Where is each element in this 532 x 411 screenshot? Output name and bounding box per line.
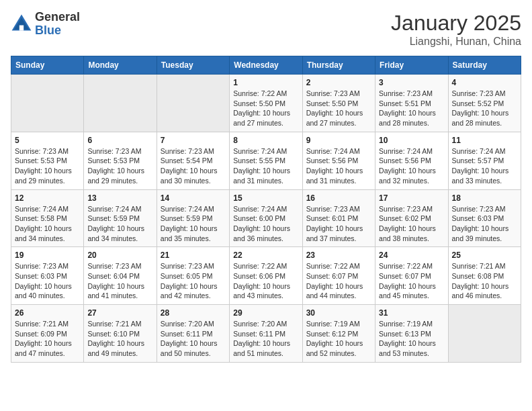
day-number: 4 [452, 78, 517, 87]
calendar-cell: 3Sunrise: 7:23 AM Sunset: 5:51 PM Daylig… [375, 75, 448, 132]
day-detail: Sunrise: 7:24 AM Sunset: 5:56 PM Dayligh… [306, 146, 371, 186]
calendar-cell: 29Sunrise: 7:20 AM Sunset: 6:11 PM Dayli… [230, 305, 302, 363]
calendar-table: SundayMondayTuesdayWednesdayThursdayFrid… [11, 56, 521, 363]
calendar-cell: 30Sunrise: 7:19 AM Sunset: 6:12 PM Dayli… [302, 305, 375, 363]
weekday-header: Friday [375, 56, 448, 75]
day-number: 16 [306, 193, 371, 203]
day-detail: Sunrise: 7:21 AM Sunset: 6:09 PM Dayligh… [15, 319, 80, 359]
calendar-cell: 14Sunrise: 7:24 AM Sunset: 5:59 PM Dayli… [157, 189, 229, 247]
day-number: 19 [15, 250, 80, 260]
logo-general: General [35, 10, 80, 24]
calendar-cell: 5Sunrise: 7:23 AM Sunset: 5:53 PM Daylig… [11, 132, 84, 189]
day-detail: Sunrise: 7:24 AM Sunset: 6:00 PM Dayligh… [233, 204, 298, 244]
day-detail: Sunrise: 7:23 AM Sunset: 5:51 PM Dayligh… [379, 89, 444, 128]
day-detail: Sunrise: 7:24 AM Sunset: 5:59 PM Dayligh… [87, 204, 152, 244]
day-detail: Sunrise: 7:19 AM Sunset: 6:12 PM Dayligh… [306, 319, 371, 359]
title-block: January 2025 Liangshi, Hunan, China [391, 11, 521, 48]
day-detail: Sunrise: 7:23 AM Sunset: 5:53 PM Dayligh… [15, 146, 80, 186]
day-detail: Sunrise: 7:20 AM Sunset: 6:11 PM Dayligh… [161, 319, 226, 359]
calendar-week-row: 1Sunrise: 7:22 AM Sunset: 5:50 PM Daylig… [11, 75, 521, 132]
calendar-cell: 16Sunrise: 7:23 AM Sunset: 6:01 PM Dayli… [302, 189, 375, 247]
calendar-cell: 26Sunrise: 7:21 AM Sunset: 6:09 PM Dayli… [11, 305, 84, 363]
calendar-week-row: 19Sunrise: 7:23 AM Sunset: 6:03 PM Dayli… [11, 247, 521, 305]
calendar-cell: 9Sunrise: 7:24 AM Sunset: 5:56 PM Daylig… [302, 132, 375, 189]
day-number: 6 [87, 136, 152, 145]
calendar-cell: 8Sunrise: 7:24 AM Sunset: 5:55 PM Daylig… [230, 132, 302, 189]
day-detail: Sunrise: 7:23 AM Sunset: 6:05 PM Dayligh… [161, 261, 226, 301]
day-detail: Sunrise: 7:23 AM Sunset: 6:03 PM Dayligh… [452, 204, 517, 244]
calendar-cell: 20Sunrise: 7:23 AM Sunset: 6:04 PM Dayli… [84, 247, 157, 305]
calendar-cell: 6Sunrise: 7:23 AM Sunset: 5:53 PM Daylig… [84, 132, 157, 189]
day-detail: Sunrise: 7:23 AM Sunset: 5:54 PM Dayligh… [161, 146, 226, 186]
day-number: 3 [379, 78, 444, 87]
day-number: 1 [233, 78, 298, 87]
day-number: 23 [306, 250, 371, 260]
day-detail: Sunrise: 7:22 AM Sunset: 6:06 PM Dayligh… [233, 261, 298, 301]
day-detail: Sunrise: 7:23 AM Sunset: 6:04 PM Dayligh… [87, 261, 152, 301]
calendar-cell [11, 75, 84, 132]
day-number: 17 [379, 193, 444, 203]
calendar-cell: 28Sunrise: 7:20 AM Sunset: 6:11 PM Dayli… [157, 305, 229, 363]
day-detail: Sunrise: 7:21 AM Sunset: 6:10 PM Dayligh… [87, 319, 152, 359]
calendar-cell: 11Sunrise: 7:24 AM Sunset: 5:57 PM Dayli… [448, 132, 521, 189]
weekday-header: Monday [84, 56, 157, 75]
day-number: 12 [15, 193, 80, 203]
day-number: 7 [161, 136, 226, 145]
day-number: 30 [306, 308, 371, 318]
day-number: 28 [161, 308, 226, 318]
weekday-header: Sunday [11, 56, 84, 75]
day-detail: Sunrise: 7:23 AM Sunset: 6:02 PM Dayligh… [379, 204, 444, 244]
calendar-cell: 21Sunrise: 7:23 AM Sunset: 6:05 PM Dayli… [157, 247, 229, 305]
weekday-header: Wednesday [230, 56, 302, 75]
day-detail: Sunrise: 7:22 AM Sunset: 6:07 PM Dayligh… [306, 261, 371, 301]
day-number: 20 [87, 250, 152, 260]
day-detail: Sunrise: 7:24 AM Sunset: 5:55 PM Dayligh… [233, 146, 298, 186]
day-number: 8 [233, 136, 298, 145]
calendar-cell: 12Sunrise: 7:24 AM Sunset: 5:58 PM Dayli… [11, 189, 84, 247]
calendar-cell: 22Sunrise: 7:22 AM Sunset: 6:06 PM Dayli… [230, 247, 302, 305]
day-number: 10 [379, 136, 444, 145]
day-number: 14 [161, 193, 226, 203]
day-number: 21 [161, 250, 226, 260]
day-number: 11 [452, 136, 517, 145]
calendar-cell: 17Sunrise: 7:23 AM Sunset: 6:02 PM Dayli… [375, 189, 448, 247]
calendar-cell [84, 75, 157, 132]
day-detail: Sunrise: 7:23 AM Sunset: 5:52 PM Dayligh… [452, 89, 517, 128]
day-number: 5 [15, 136, 80, 145]
weekday-header: Thursday [302, 56, 375, 75]
day-detail: Sunrise: 7:24 AM Sunset: 5:57 PM Dayligh… [452, 146, 517, 186]
day-number: 27 [87, 308, 152, 318]
day-number: 25 [452, 250, 517, 260]
page-title: January 2025 [391, 11, 521, 36]
day-number: 24 [379, 250, 444, 260]
calendar-cell: 19Sunrise: 7:23 AM Sunset: 6:03 PM Dayli… [11, 247, 84, 305]
logo-text: General Blue [35, 11, 80, 38]
calendar-week-row: 5Sunrise: 7:23 AM Sunset: 5:53 PM Daylig… [11, 132, 521, 189]
calendar-cell: 13Sunrise: 7:24 AM Sunset: 5:59 PM Dayli… [84, 189, 157, 247]
calendar-cell: 4Sunrise: 7:23 AM Sunset: 5:52 PM Daylig… [448, 75, 521, 132]
calendar-cell: 24Sunrise: 7:22 AM Sunset: 6:07 PM Dayli… [375, 247, 448, 305]
day-number: 13 [87, 193, 152, 203]
day-detail: Sunrise: 7:24 AM Sunset: 5:56 PM Dayligh… [379, 146, 444, 186]
day-detail: Sunrise: 7:23 AM Sunset: 5:50 PM Dayligh… [306, 89, 371, 128]
calendar-week-row: 12Sunrise: 7:24 AM Sunset: 5:58 PM Dayli… [11, 189, 521, 247]
day-detail: Sunrise: 7:24 AM Sunset: 5:58 PM Dayligh… [15, 204, 80, 244]
day-detail: Sunrise: 7:23 AM Sunset: 5:53 PM Dayligh… [87, 146, 152, 186]
weekday-header: Tuesday [157, 56, 229, 75]
day-detail: Sunrise: 7:22 AM Sunset: 6:07 PM Dayligh… [379, 261, 444, 301]
day-detail: Sunrise: 7:23 AM Sunset: 6:03 PM Dayligh… [15, 261, 80, 301]
day-number: 22 [233, 250, 298, 260]
day-number: 18 [452, 193, 517, 203]
calendar-cell: 31Sunrise: 7:19 AM Sunset: 6:13 PM Dayli… [375, 305, 448, 363]
day-number: 15 [233, 193, 298, 203]
calendar-cell: 10Sunrise: 7:24 AM Sunset: 5:56 PM Dayli… [375, 132, 448, 189]
day-number: 29 [233, 308, 298, 318]
page-header: General Blue January 2025 Liangshi, Huna… [11, 11, 521, 48]
day-detail: Sunrise: 7:20 AM Sunset: 6:11 PM Dayligh… [233, 319, 298, 359]
calendar-week-row: 26Sunrise: 7:21 AM Sunset: 6:09 PM Dayli… [11, 305, 521, 363]
calendar-cell: 2Sunrise: 7:23 AM Sunset: 5:50 PM Daylig… [302, 75, 375, 132]
calendar-cell: 23Sunrise: 7:22 AM Sunset: 6:07 PM Dayli… [302, 247, 375, 305]
day-detail: Sunrise: 7:24 AM Sunset: 5:59 PM Dayligh… [161, 204, 226, 244]
weekday-header: Saturday [448, 56, 521, 75]
calendar-cell: 1Sunrise: 7:22 AM Sunset: 5:50 PM Daylig… [230, 75, 302, 132]
